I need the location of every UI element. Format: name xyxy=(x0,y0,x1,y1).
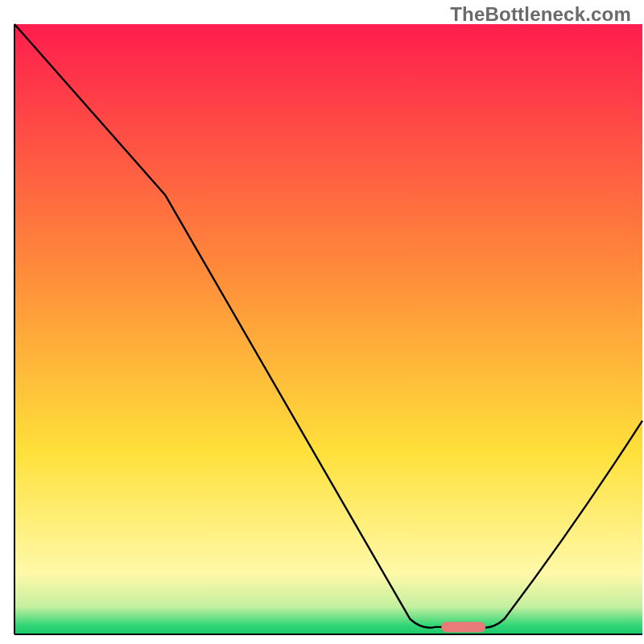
optimal-zone-marker xyxy=(441,621,485,632)
chart-frame: TheBottleneck.com xyxy=(0,0,644,644)
gradient-background xyxy=(14,24,642,634)
watermark-text: TheBottleneck.com xyxy=(450,3,631,26)
plot-area xyxy=(14,24,642,634)
bottleneck-chart xyxy=(0,0,644,644)
